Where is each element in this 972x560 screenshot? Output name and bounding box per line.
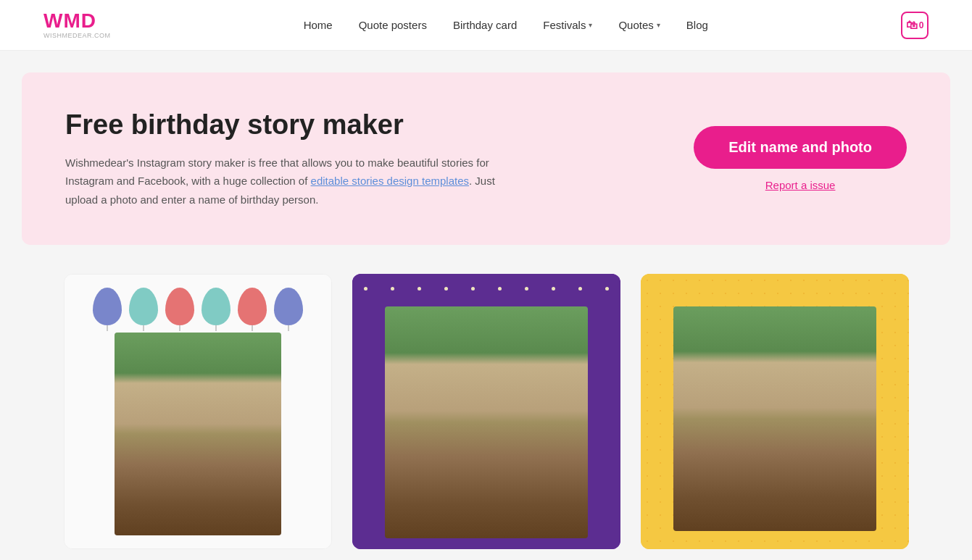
balloon-blue2 [274,288,303,325]
hero-title: Free birthday story maker [65,109,515,142]
photo-frame-3 [673,306,876,531]
nav-blog[interactable]: Blog [686,19,708,31]
photo-frame-1 [115,333,281,535]
balloon-teal2 [202,288,230,325]
photo-2 [385,306,588,538]
balloon-red [165,288,194,325]
balloon-blue [93,288,122,325]
nav-home[interactable]: Home [304,19,333,31]
light-9 [578,287,582,291]
cart-icon: 🛍 [906,19,918,32]
light-4 [444,287,448,291]
light-5 [471,287,475,291]
light-7 [525,287,528,291]
balloons-row [86,275,310,333]
site-header: WMD WISHMEDEAR.COM Home Quote posters Bi… [0,0,972,51]
nav-quotes[interactable]: Quotes ▾ [618,19,660,31]
card-2-inner [352,274,620,549]
nav-festivals[interactable]: Festivals ▾ [543,19,592,31]
main-nav: Home Quote posters Birthday card Festiva… [304,19,708,31]
nav-quote-posters[interactable]: Quote posters [359,19,427,31]
birthday-card-white[interactable] [64,274,332,549]
highlight-text: editable stories design templates [311,175,469,187]
cart-button[interactable]: 🛍 0 [901,12,929,39]
card-1-inner [65,275,331,548]
light-8 [552,287,555,291]
logo-subtitle: WISHMEDEAR.COM [43,32,111,39]
light-3 [418,287,421,291]
card-3-inner [641,274,909,549]
cards-section [0,245,972,560]
hero-banner: Free birthday story maker Wishmedear's I… [22,72,950,245]
logo[interactable]: WMD WISHMEDEAR.COM [43,11,111,39]
photo-3 [673,306,876,531]
chevron-down-icon: ▾ [657,21,660,29]
light-10 [605,287,609,291]
logo-brand: WMD [43,11,96,31]
birthday-card-purple[interactable] [352,274,620,549]
balloon-red2 [238,288,267,325]
nav-birthday-card[interactable]: Birthday card [453,19,517,31]
light-2 [391,287,394,291]
balloon-teal [129,288,158,325]
chevron-down-icon: ▾ [589,21,592,29]
hero-actions: Edit name and photo Report a issue [694,126,907,191]
cart-count: 0 [919,20,924,30]
report-issue-link[interactable]: Report a issue [765,179,836,191]
birthday-card-yellow[interactable] [641,274,909,549]
hero-description: Wishmedear's Instagram story maker is fr… [65,154,515,209]
fairy-lights [352,281,620,303]
photo-1 [115,333,281,535]
hero-text: Free birthday story maker Wishmedear's I… [65,109,515,209]
photo-frame-2 [385,306,588,538]
light-6 [498,287,502,291]
edit-name-photo-button[interactable]: Edit name and photo [694,126,907,169]
light-1 [364,287,367,291]
